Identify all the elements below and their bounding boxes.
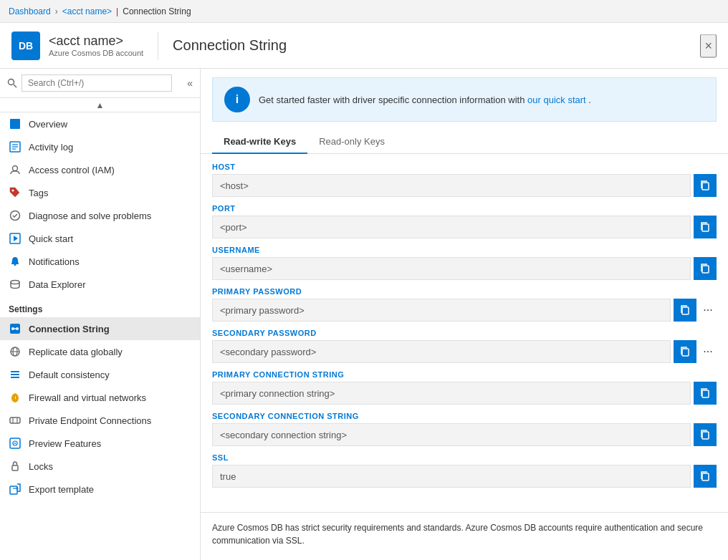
sidebar-item-data-explorer[interactable]: Data Explorer	[0, 273, 200, 296]
svg-point-13	[11, 281, 19, 284]
diagnose-icon	[9, 209, 21, 222]
field-host: HOST	[212, 163, 717, 197]
header: DB <acct name> Azure Cosmos DB account C…	[0, 23, 728, 69]
sidebar-item-overview[interactable]: Overview	[0, 112, 200, 135]
field-ssl: SSL	[212, 453, 717, 488]
sidebar-item-export[interactable]: Export template	[0, 478, 200, 501]
sidebar-item-private-endpoint[interactable]: Private Endpoint Connections	[0, 409, 200, 432]
svg-rect-38	[702, 390, 709, 397]
field-port-copy-button[interactable]	[694, 216, 717, 238]
sidebar: « ▲ Overview Activity log Access control…	[0, 69, 201, 560]
field-primary-password-more-button[interactable]: ···	[699, 299, 717, 322]
sidebar-item-notifications[interactable]: Notifications	[0, 250, 200, 273]
svg-line-1	[14, 85, 16, 87]
breadcrumb-dashboard[interactable]: Dashboard	[9, 6, 51, 16]
field-ssl-input[interactable]	[212, 465, 691, 488]
field-primary-password: PRIMARY PASSWORD ···	[212, 287, 717, 322]
fields-container: HOST PORT USERNAME	[201, 163, 728, 506]
sidebar-item-consistency[interactable]: Default consistency	[0, 363, 200, 386]
field-primary-password-input[interactable]	[212, 299, 671, 322]
tab-read-only[interactable]: Read-only Keys	[307, 130, 396, 154]
sidebar-item-quick-start[interactable]: Quick start	[0, 227, 200, 250]
breadcrumb-acct[interactable]: <acct name>	[62, 6, 112, 16]
connection-string-icon	[9, 322, 21, 335]
svg-rect-34	[702, 224, 709, 231]
sidebar-item-tags[interactable]: Tags	[0, 181, 200, 204]
field-primary-conn-string: PRIMARY CONNECTION STRING	[212, 370, 717, 405]
sidebar-item-activity-log[interactable]: Activity log	[0, 135, 200, 158]
search-icon	[7, 78, 17, 88]
field-ssl-row	[212, 465, 717, 488]
field-primary-conn-string-row	[212, 382, 717, 405]
sidebar-collapse-button[interactable]: «	[187, 77, 193, 89]
svg-rect-12	[14, 264, 16, 266]
field-primary-password-row: ···	[212, 299, 717, 322]
search-input[interactable]	[21, 74, 172, 92]
field-secondary-password-copy-button[interactable]	[674, 340, 696, 363]
sidebar-item-firewall[interactable]: Firewall and virtual networks	[0, 386, 200, 409]
info-icon: i	[224, 87, 250, 112]
breadcrumb-current: Connection String	[123, 6, 191, 16]
field-port-input[interactable]	[212, 216, 691, 238]
notifications-icon	[9, 255, 21, 268]
account-name: <acct name>	[49, 34, 143, 49]
info-banner: i Get started faster with driver specifi…	[212, 77, 717, 122]
sidebar-item-diagnose[interactable]: Diagnose and solve problems	[0, 204, 200, 227]
locks-icon	[9, 460, 21, 473]
field-port-row	[212, 216, 717, 238]
field-secondary-password: SECONDARY PASSWORD ···	[212, 329, 717, 363]
activity-log-icon	[9, 140, 21, 153]
svg-point-8	[12, 190, 14, 192]
consistency-icon	[9, 368, 21, 381]
replicate-icon	[9, 345, 21, 358]
svg-marker-11	[14, 236, 18, 241]
sidebar-scroll-up[interactable]: ▲	[0, 98, 200, 112]
field-primary-password-label: PRIMARY PASSWORD	[212, 287, 717, 296]
field-primary-conn-string-copy-button[interactable]	[694, 382, 717, 405]
field-primary-conn-string-input[interactable]	[212, 382, 691, 405]
quick-start-icon	[9, 232, 21, 245]
field-secondary-conn-string-copy-button[interactable]	[694, 423, 717, 446]
field-secondary-password-input[interactable]	[212, 340, 671, 363]
field-secondary-password-more-button[interactable]: ···	[699, 340, 717, 363]
copy-icon	[699, 470, 711, 482]
preview-icon	[9, 437, 21, 450]
field-secondary-password-label: SECONDARY PASSWORD	[212, 329, 717, 337]
sidebar-item-access-control[interactable]: Access control (IAM)	[0, 158, 200, 181]
field-host-label: HOST	[212, 163, 717, 171]
sidebar-item-connection-string[interactable]: Connection String	[0, 317, 200, 340]
svg-rect-36	[682, 307, 689, 314]
copy-icon	[699, 263, 711, 274]
field-username-row	[212, 257, 717, 280]
field-username: USERNAME	[212, 246, 717, 280]
svg-rect-33	[702, 183, 709, 190]
field-username-input[interactable]	[212, 257, 691, 280]
footer-note: Azure Cosmos DB has strict security requ…	[201, 512, 728, 556]
info-text: Get started faster with driver specific …	[259, 95, 591, 105]
field-host-copy-button[interactable]	[694, 174, 717, 197]
field-primary-password-copy-button[interactable]	[674, 299, 696, 322]
quick-start-link[interactable]: our quick start	[527, 95, 586, 105]
copy-icon	[699, 429, 711, 440]
sidebar-item-preview[interactable]: Preview Features	[0, 432, 200, 455]
field-port: PORT	[212, 204, 717, 238]
field-primary-conn-string-label: PRIMARY CONNECTION STRING	[212, 370, 717, 379]
firewall-icon	[9, 391, 21, 404]
sidebar-item-replicate[interactable]: Replicate data globally	[0, 340, 200, 363]
copy-icon	[699, 387, 711, 399]
svg-rect-35	[702, 266, 709, 273]
copy-icon	[679, 346, 691, 357]
field-secondary-password-row: ···	[212, 340, 717, 363]
sidebar-item-locks[interactable]: Locks	[0, 455, 200, 478]
tab-read-write[interactable]: Read-write Keys	[212, 130, 307, 154]
cosmos-db-icon: DB	[11, 32, 40, 60]
field-ssl-copy-button[interactable]	[694, 465, 717, 488]
account-subtitle: Azure Cosmos DB account	[49, 49, 143, 57]
header-text: <acct name> Azure Cosmos DB account	[49, 34, 143, 57]
copy-icon	[699, 221, 711, 233]
field-username-copy-button[interactable]	[694, 257, 717, 280]
field-host-input[interactable]	[212, 174, 691, 197]
tags-icon	[9, 186, 21, 199]
field-secondary-conn-string-input[interactable]	[212, 423, 691, 446]
close-button[interactable]: ×	[700, 34, 717, 57]
